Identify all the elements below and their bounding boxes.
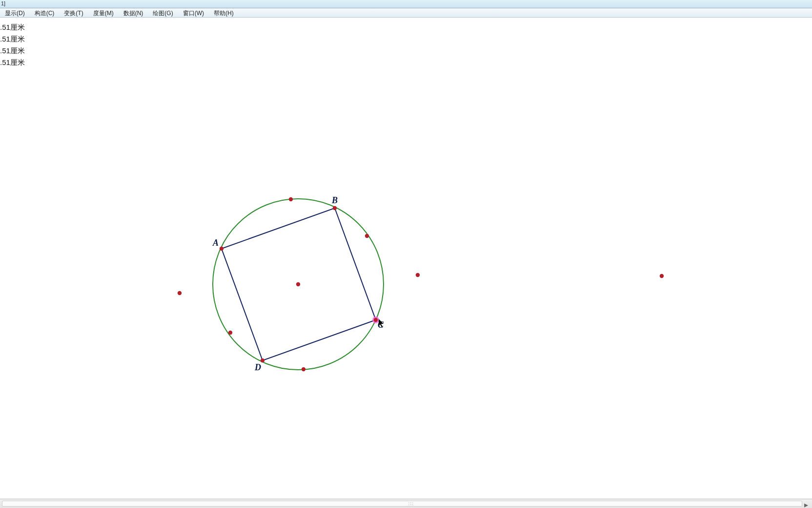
free-point[interactable] [660, 274, 664, 278]
label-d[interactable]: D [254, 362, 261, 372]
free-point[interactable] [416, 273, 420, 277]
point-a[interactable] [220, 247, 223, 251]
drawing-canvas[interactable]: .51厘米 .51厘米 .51厘米 .51厘米 A B C D [0, 18, 812, 499]
horizontal-scrollbar[interactable] [2, 501, 802, 507]
menu-measure[interactable]: 度量(M) [88, 8, 119, 17]
circle-point[interactable] [228, 331, 232, 335]
geometry-svg: A B C D [0, 18, 812, 499]
label-b[interactable]: B [331, 195, 338, 205]
menu-display[interactable]: 显示(D) [0, 8, 30, 17]
menu-construct[interactable]: 构造(C) [30, 8, 60, 17]
menu-number[interactable]: 数据(N) [119, 8, 148, 17]
scrollbar-grip-icon: ::: [406, 501, 416, 506]
menu-transform[interactable]: 变换(T) [59, 8, 88, 17]
label-a[interactable]: A [212, 238, 219, 248]
circle-point[interactable] [302, 367, 305, 371]
free-point[interactable] [178, 291, 182, 295]
title-bar: 1] [0, 0, 812, 8]
point-d[interactable] [261, 359, 264, 362]
point-b[interactable] [333, 206, 337, 210]
menu-help[interactable]: 帮助(H) [209, 8, 239, 17]
point-c[interactable] [374, 318, 378, 322]
scroll-right-icon[interactable]: ▸ [804, 500, 810, 507]
center-point[interactable] [296, 282, 300, 286]
circle-point[interactable] [289, 197, 293, 201]
menu-graph[interactable]: 绘图(G) [148, 8, 178, 17]
menu-bar: 显示(D) 构造(C) 变换(T) 度量(M) 数据(N) 绘图(G) 窗口(W… [0, 8, 812, 18]
status-bar: ::: ▸ [0, 499, 812, 508]
circle-point[interactable] [365, 234, 369, 238]
title-text: 1] [1, 0, 5, 6]
menu-window[interactable]: 窗口(W) [178, 8, 209, 17]
